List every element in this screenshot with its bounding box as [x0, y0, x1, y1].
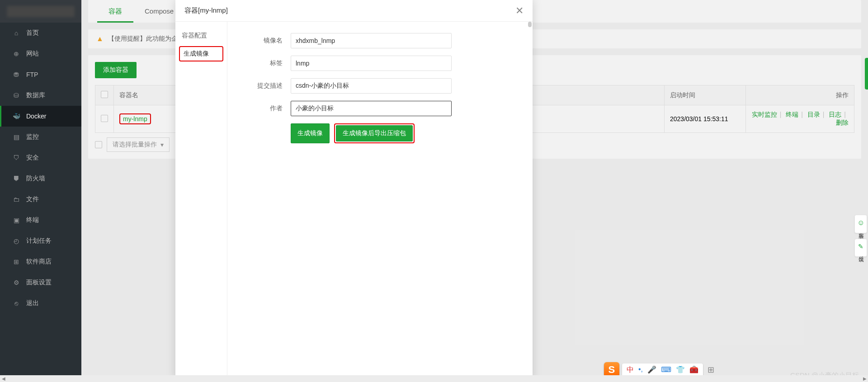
scroll-track[interactable] [7, 375, 861, 382]
tag-input[interactable] [291, 56, 452, 71]
ime-keyboard-icon[interactable]: ⌨ [661, 365, 671, 375]
float-service[interactable]: ☺ 客服 [854, 215, 867, 233]
modal-sidebar: 容器配置 生成镜像 [175, 22, 227, 382]
image-name-label: 镜像名 [241, 37, 291, 45]
container-modal: 容器[my-lnmp] ✕ 容器配置 生成镜像 镜像名 标签 提交描述 作者 [175, 0, 533, 382]
modal-close-button[interactable]: ✕ [515, 5, 524, 17]
modal-body: 容器配置 生成镜像 镜像名 标签 提交描述 作者 生成镜像 [175, 22, 533, 382]
ime-grid-icon[interactable]: ⊞ [708, 365, 714, 375]
ime-toolbox-icon[interactable]: 🧰 [689, 365, 698, 375]
image-name-input[interactable] [291, 33, 452, 48]
scroll-right-arrow[interactable]: ▶ [861, 375, 868, 382]
ime-zhong-icon[interactable]: 中 [627, 365, 634, 375]
ime-shirt-icon[interactable]: 👕 [676, 365, 685, 375]
modal-tab-image-highlight: 生成镜像 [179, 46, 223, 61]
desc-input[interactable] [291, 78, 452, 94]
edit-icon: ✎ [857, 243, 864, 251]
green-edge-indicator [865, 58, 868, 90]
smiley-icon: ☺ [857, 219, 865, 227]
float-feedback[interactable]: ✎ 反馈 [854, 239, 867, 257]
float-service-label: 客服 [857, 228, 865, 230]
author-input[interactable] [291, 101, 452, 116]
ime-dot-icon[interactable]: •, [638, 365, 643, 375]
float-right: ☺ 客服 ✎ 反馈 [854, 215, 867, 257]
horizontal-scrollbar[interactable]: ◀ ▶ [0, 375, 868, 382]
modal-header: 容器[my-lnmp] ✕ [175, 0, 533, 22]
tag-label: 标签 [241, 59, 291, 67]
modal-tab-generate-image[interactable]: 生成镜像 [184, 50, 219, 58]
modal-scrollbar-top[interactable] [528, 22, 532, 27]
float-feedback-label: 反馈 [857, 252, 865, 254]
generate-export-button[interactable]: 生成镜像后导出压缩包 [336, 125, 413, 141]
ime-mic-icon[interactable]: 🎤 [647, 365, 656, 375]
author-label: 作者 [241, 104, 291, 113]
generate-image-button[interactable]: 生成镜像 [291, 123, 330, 143]
modal-form: 镜像名 标签 提交描述 作者 生成镜像 生成镜像后导出压缩包 [227, 22, 533, 382]
modal-tab-config[interactable]: 容器配置 [175, 27, 227, 44]
desc-label: 提交描述 [241, 82, 291, 90]
export-button-highlight: 生成镜像后导出压缩包 [334, 123, 415, 143]
ime-toolbar: 中 •, 🎤 ⌨ 👕 🧰 [622, 363, 703, 377]
modal-title: 容器[my-lnmp] [184, 6, 228, 15]
scroll-left-arrow[interactable]: ◀ [0, 375, 7, 382]
